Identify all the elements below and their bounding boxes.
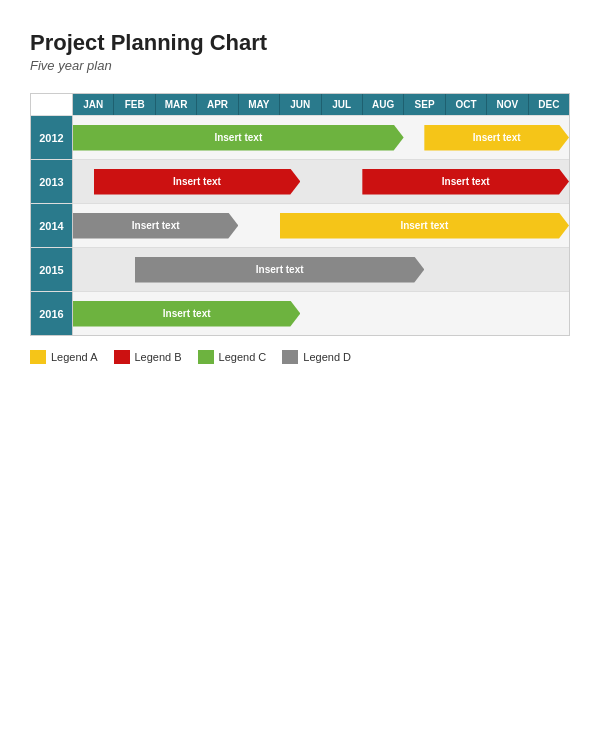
bar-label: Insert text: [256, 264, 304, 275]
legend-label: Legend A: [51, 351, 98, 363]
legend-color-box: [114, 350, 130, 364]
bar-label: Insert text: [214, 132, 262, 143]
year-label-2013: 2013: [31, 160, 73, 203]
year-label-2015: 2015: [31, 248, 73, 291]
legend-item-legendb: Legend B: [114, 350, 182, 364]
legend-label: Legend C: [219, 351, 267, 363]
month-header-jan: JAN: [73, 94, 114, 115]
gantt-row-2014: 2014Insert textInsert text: [31, 203, 569, 247]
legend-color-box: [30, 350, 46, 364]
bars-area-2015: Insert text: [73, 248, 569, 291]
bars-area-2014: Insert textInsert text: [73, 204, 569, 247]
bar-label: Insert text: [173, 176, 221, 187]
gantt-row-2013: 2013Insert textInsert text: [31, 159, 569, 203]
bar-label: Insert text: [163, 308, 211, 319]
month-header-oct: OCT: [446, 94, 487, 115]
legend-color-box: [282, 350, 298, 364]
bar-label: Insert text: [400, 220, 448, 231]
gantt-row-2015: 2015Insert text: [31, 247, 569, 291]
bar-2012-1: Insert text: [424, 125, 569, 151]
legend-color-box: [198, 350, 214, 364]
legend-item-legendc: Legend C: [198, 350, 267, 364]
month-header-aug: AUG: [363, 94, 404, 115]
year-column-header: [31, 94, 73, 115]
month-header-feb: FEB: [114, 94, 155, 115]
month-header-may: MAY: [239, 94, 280, 115]
year-label-2012: 2012: [31, 116, 73, 159]
bars-area-2016: Insert text: [73, 292, 569, 335]
legend-item-legenda: Legend A: [30, 350, 98, 364]
bar-label: Insert text: [473, 132, 521, 143]
bar-2014-1: Insert text: [280, 213, 569, 239]
bar-2013-1: Insert text: [362, 169, 569, 195]
bar-2014-0: Insert text: [73, 213, 238, 239]
chart-subtitle: Five year plan: [30, 58, 570, 73]
legend-label: Legend D: [303, 351, 351, 363]
bar-2013-0: Insert text: [94, 169, 301, 195]
gantt-row-2012: 2012Insert textInsert text: [31, 115, 569, 159]
legend: Legend ALegend BLegend CLegend D: [30, 350, 570, 364]
month-header-dec: DEC: [529, 94, 569, 115]
month-header-apr: APR: [197, 94, 238, 115]
gantt-row-2016: 2016Insert text: [31, 291, 569, 335]
chart-title: Project Planning Chart: [30, 30, 570, 56]
bar-2015-0: Insert text: [135, 257, 424, 283]
month-header-nov: NOV: [487, 94, 528, 115]
month-header-sep: SEP: [404, 94, 445, 115]
bar-label: Insert text: [442, 176, 490, 187]
gantt-chart: JANFEBMARAPRMAYJUNJULAUGSEPOCTNOVDEC 201…: [30, 93, 570, 336]
bar-label: Insert text: [132, 220, 180, 231]
legend-item-legendd: Legend D: [282, 350, 351, 364]
year-label-2014: 2014: [31, 204, 73, 247]
year-label-2016: 2016: [31, 292, 73, 335]
header-row: JANFEBMARAPRMAYJUNJULAUGSEPOCTNOVDEC: [31, 94, 569, 115]
bar-2012-0: Insert text: [73, 125, 404, 151]
month-headers: JANFEBMARAPRMAYJUNJULAUGSEPOCTNOVDEC: [73, 94, 569, 115]
month-header-mar: MAR: [156, 94, 197, 115]
month-header-jun: JUN: [280, 94, 321, 115]
bars-area-2013: Insert textInsert text: [73, 160, 569, 203]
bars-area-2012: Insert textInsert text: [73, 116, 569, 159]
bar-2016-0: Insert text: [73, 301, 300, 327]
page: Project Planning Chart Five year plan JA…: [0, 0, 600, 730]
legend-label: Legend B: [135, 351, 182, 363]
data-rows: 2012Insert textInsert text2013Insert tex…: [31, 115, 569, 335]
month-header-jul: JUL: [322, 94, 363, 115]
